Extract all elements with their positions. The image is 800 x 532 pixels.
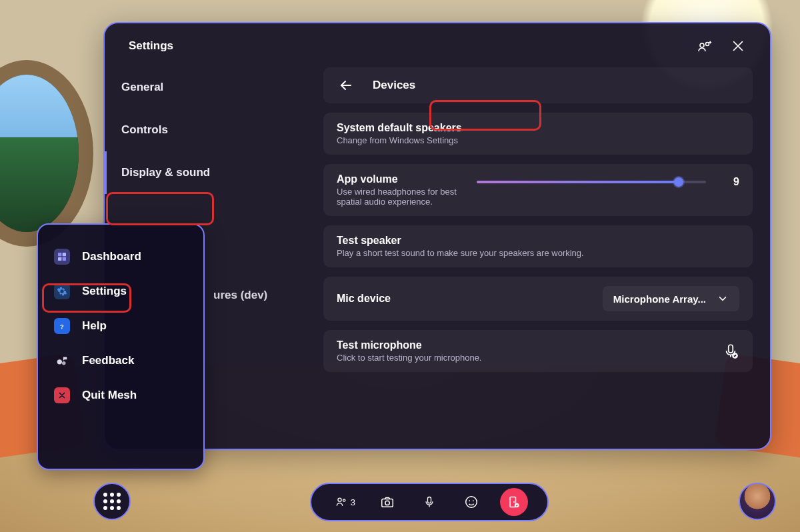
devices-title: Devices [373,79,415,92]
test-speaker-subtitle: Play a short test sound to make sure you… [337,248,739,258]
participants-count: 3 [351,497,355,507]
svg-point-1 [706,43,709,46]
card-test-microphone[interactable]: Test microphone Click to start testing y… [323,330,753,372]
people-icon[interactable] [697,38,713,54]
chevron-down-icon [717,293,729,305]
menu-label: Quit Mesh [82,389,137,402]
svg-text:?: ? [60,323,64,330]
camera-button[interactable] [373,488,401,516]
speakers-subtitle: Change from Windows Settings [337,135,739,145]
svg-point-16 [466,497,477,508]
volume-value: 9 [726,176,739,188]
mic-device-selected: Microphone Array... [613,293,706,305]
svg-point-20 [513,501,515,503]
volume-title: App volume [337,173,457,185]
menu-label: Help [82,319,107,333]
svg-point-18 [473,500,474,501]
bottom-toolbar: 3 [310,483,549,521]
volume-slider-thumb[interactable] [674,177,683,187]
svg-rect-13 [381,499,393,507]
devices-header-row: Devices [323,67,753,103]
feedback-icon [54,353,70,369]
volume-subtitle: Use wired headphones for best spatial au… [337,187,457,207]
close-icon [54,387,70,403]
microphone-check-icon [722,343,739,360]
user-avatar[interactable] [739,483,776,520]
svg-point-0 [700,43,704,47]
sidebar-item-display-sound[interactable]: Display & sound [105,151,323,194]
grid-icon [103,493,121,510]
menu-item-help[interactable]: ? Help [45,309,197,343]
participants-button[interactable]: 3 [331,488,359,516]
sidebar-item-general[interactable]: General [105,66,323,109]
app-grid-button[interactable] [93,483,131,520]
menu-label: Settings [82,285,127,298]
menu-label: Dashboard [82,250,141,263]
test-mic-subtitle: Click to start testing your microphone. [337,353,481,363]
svg-point-11 [338,498,341,501]
svg-rect-6 [58,257,61,261]
settings-header: Settings [105,23,770,61]
back-arrow-icon[interactable] [338,77,354,93]
dashboard-icon [54,249,70,265]
leave-button[interactable] [500,488,528,516]
svg-rect-15 [427,497,431,503]
svg-rect-2 [729,345,733,353]
gear-icon [54,283,70,299]
svg-point-10 [62,361,66,365]
mic-device-title: Mic device [337,293,391,305]
svg-rect-4 [58,253,61,256]
svg-point-14 [385,501,389,505]
reactions-button[interactable] [457,488,485,516]
svg-point-17 [469,500,471,501]
card-app-volume: App volume Use wired headphones for best… [323,164,753,216]
settings-header-actions [697,38,746,54]
menu-item-quit[interactable]: Quit Mesh [45,378,197,413]
menu-item-settings[interactable]: Settings [45,274,197,309]
card-mic-device: Mic device Microphone Array... [323,277,753,321]
sidebar-item-controls[interactable]: Controls [105,109,323,151]
volume-slider-fill [477,181,679,183]
main-menu-panel: Dashboard Settings ? Help Feedback Quit … [37,223,205,470]
settings-title: Settings [129,39,173,53]
test-mic-title: Test microphone [337,339,481,351]
volume-slider[interactable] [477,181,706,183]
menu-label: Feedback [82,354,134,367]
speakers-title: System default speakers [337,122,739,134]
mic-device-dropdown[interactable]: Microphone Array... [603,286,739,311]
card-test-speaker[interactable]: Test speaker Play a short test sound to … [323,225,753,267]
test-speaker-title: Test speaker [337,235,739,247]
help-icon: ? [54,318,70,334]
microphone-button[interactable] [415,488,443,516]
close-icon[interactable] [730,38,746,54]
card-system-default-speakers[interactable]: System default speakers Change from Wind… [323,113,753,155]
menu-item-feedback[interactable]: Feedback [45,343,197,378]
menu-item-dashboard[interactable]: Dashboard [45,239,197,274]
svg-rect-5 [63,253,66,256]
svg-point-9 [57,359,62,364]
svg-rect-7 [63,257,66,261]
svg-point-12 [343,499,345,501]
